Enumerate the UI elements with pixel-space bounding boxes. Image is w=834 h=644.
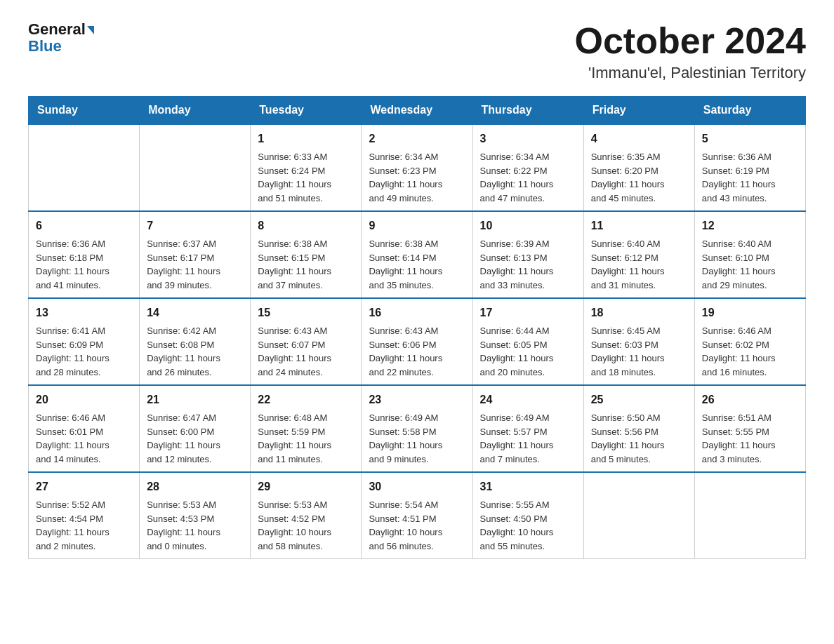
day-info-line: and 56 minutes. — [369, 539, 465, 554]
day-info-line: and 39 minutes. — [147, 279, 243, 293]
day-info-line: Daylight: 11 hours — [702, 177, 798, 192]
logo-general-text: General — [28, 20, 86, 38]
day-number: 6 — [36, 217, 132, 234]
day-info-line: and 3 minutes. — [702, 452, 798, 467]
day-number: 16 — [369, 304, 465, 321]
day-info-line: Daylight: 11 hours — [258, 438, 354, 452]
calendar-cell: 9Sunrise: 6:38 AMSunset: 6:14 PMDaylight… — [362, 211, 472, 298]
day-info-line: Daylight: 11 hours — [702, 438, 798, 452]
day-info-line: Sunset: 6:10 PM — [702, 251, 798, 265]
day-info-line: and 9 minutes. — [369, 452, 465, 467]
day-number: 4 — [591, 130, 687, 147]
day-info-line: Sunset: 6:05 PM — [480, 338, 576, 352]
day-info-line: and 29 minutes. — [702, 279, 798, 293]
day-info-line: and 51 minutes. — [258, 192, 354, 206]
calendar-cell: 15Sunrise: 6:43 AMSunset: 6:07 PMDayligh… — [251, 298, 362, 385]
week-row-5: 27Sunrise: 5:52 AMSunset: 4:54 PMDayligh… — [29, 472, 806, 559]
calendar-cell: 13Sunrise: 6:41 AMSunset: 6:09 PMDayligh… — [29, 298, 140, 385]
day-info-line: Sunrise: 6:46 AM — [36, 411, 132, 425]
logo: General Blue — [28, 21, 94, 55]
day-info-line: Sunrise: 6:35 AM — [591, 150, 687, 164]
day-info-line: Daylight: 11 hours — [258, 351, 354, 365]
calendar-cell: 3Sunrise: 6:34 AMSunset: 6:22 PMDaylight… — [472, 124, 583, 211]
calendar-cell: 4Sunrise: 6:35 AMSunset: 6:20 PMDaylight… — [583, 124, 694, 211]
day-info-line: Sunset: 6:13 PM — [480, 251, 576, 265]
page-header: General Blue October 2024 'Immanu'el, Pa… — [28, 21, 806, 82]
day-info-line: Sunset: 6:23 PM — [369, 164, 465, 178]
day-info-line: and 18 minutes. — [591, 365, 687, 380]
logo-triangle-icon — [87, 26, 94, 34]
day-info-line: Sunrise: 6:43 AM — [258, 324, 354, 338]
day-info-line: Sunrise: 5:52 AM — [36, 498, 132, 512]
day-info-line: Daylight: 11 hours — [147, 438, 243, 452]
day-info-line: Sunrise: 6:41 AM — [36, 324, 132, 338]
day-info-line: Sunset: 4:50 PM — [480, 512, 576, 526]
day-info-line: Sunrise: 6:39 AM — [480, 237, 576, 251]
day-info-line: Sunrise: 6:40 AM — [702, 237, 798, 251]
day-info-line: and 11 minutes. — [258, 452, 354, 467]
calendar-cell: 21Sunrise: 6:47 AMSunset: 6:00 PMDayligh… — [140, 385, 251, 472]
day-info-line: Daylight: 11 hours — [702, 351, 798, 365]
day-number: 22 — [258, 391, 354, 408]
calendar-cell — [583, 472, 694, 559]
day-number: 12 — [702, 217, 798, 234]
day-number: 28 — [147, 478, 243, 495]
day-info-line: and 14 minutes. — [36, 452, 132, 467]
day-info-line: Sunrise: 6:46 AM — [702, 324, 798, 338]
day-info-line: Daylight: 10 hours — [258, 525, 354, 539]
calendar-cell: 7Sunrise: 6:37 AMSunset: 6:17 PMDaylight… — [140, 211, 251, 298]
day-info-line: and 28 minutes. — [36, 365, 132, 380]
month-year-title: October 2024 — [575, 21, 807, 61]
calendar-cell: 8Sunrise: 6:38 AMSunset: 6:15 PMDaylight… — [251, 211, 362, 298]
day-info-line: Sunset: 4:51 PM — [369, 512, 465, 526]
title-area: October 2024 'Immanu'el, Palestinian Ter… — [575, 21, 807, 82]
day-info-line: Sunrise: 6:38 AM — [369, 237, 465, 251]
day-info-line: Daylight: 11 hours — [591, 177, 687, 192]
calendar-cell: 5Sunrise: 6:36 AMSunset: 6:19 PMDaylight… — [694, 124, 805, 211]
calendar-cell: 28Sunrise: 5:53 AMSunset: 4:53 PMDayligh… — [140, 472, 251, 559]
day-info-line: Daylight: 10 hours — [369, 525, 465, 539]
day-info-line: and 35 minutes. — [369, 279, 465, 293]
day-info-line: Sunset: 6:08 PM — [147, 338, 243, 352]
day-info-line: Daylight: 11 hours — [36, 525, 132, 539]
day-number: 14 — [147, 304, 243, 321]
day-number: 20 — [36, 391, 132, 408]
calendar-cell: 16Sunrise: 6:43 AMSunset: 6:06 PMDayligh… — [362, 298, 472, 385]
day-info-line: Daylight: 11 hours — [480, 438, 576, 452]
day-info-line: Daylight: 10 hours — [480, 525, 576, 539]
day-info-line: Sunset: 4:52 PM — [258, 512, 354, 526]
calendar-cell: 25Sunrise: 6:50 AMSunset: 5:56 PMDayligh… — [583, 385, 694, 472]
calendar-cell: 23Sunrise: 6:49 AMSunset: 5:58 PMDayligh… — [362, 385, 472, 472]
day-number: 5 — [702, 130, 798, 147]
day-info-line: Sunset: 6:17 PM — [147, 251, 243, 265]
day-info-line: Daylight: 11 hours — [369, 177, 465, 192]
day-info-line: Sunrise: 6:42 AM — [147, 324, 243, 338]
day-number: 17 — [480, 304, 576, 321]
calendar-cell: 12Sunrise: 6:40 AMSunset: 6:10 PMDayligh… — [694, 211, 805, 298]
calendar-cell: 19Sunrise: 6:46 AMSunset: 6:02 PMDayligh… — [694, 298, 805, 385]
day-number: 3 — [480, 130, 576, 147]
calendar-cell: 6Sunrise: 6:36 AMSunset: 6:18 PMDaylight… — [29, 211, 140, 298]
weekday-header-friday: Friday — [583, 97, 694, 125]
calendar-cell: 1Sunrise: 6:33 AMSunset: 6:24 PMDaylight… — [251, 124, 362, 211]
day-number: 21 — [147, 391, 243, 408]
day-info-line: Sunset: 6:12 PM — [591, 251, 687, 265]
day-info-line: Daylight: 11 hours — [591, 264, 687, 279]
day-info-line: Sunset: 6:20 PM — [591, 164, 687, 178]
day-info-line: and 31 minutes. — [591, 279, 687, 293]
day-number: 18 — [591, 304, 687, 321]
day-number: 26 — [702, 391, 798, 408]
day-info-line: and 2 minutes. — [36, 539, 132, 554]
day-info-line: and 7 minutes. — [480, 452, 576, 467]
week-row-2: 6Sunrise: 6:36 AMSunset: 6:18 PMDaylight… — [29, 211, 806, 298]
day-info-line: Sunrise: 5:54 AM — [369, 498, 465, 512]
day-info-line: Sunrise: 6:34 AM — [480, 150, 576, 164]
day-info-line: and 49 minutes. — [369, 192, 465, 206]
day-info-line: Sunset: 6:01 PM — [36, 425, 132, 439]
calendar-cell: 31Sunrise: 5:55 AMSunset: 4:50 PMDayligh… — [472, 472, 583, 559]
day-info-line: and 20 minutes. — [480, 365, 576, 380]
weekday-header-sunday: Sunday — [29, 97, 140, 125]
day-number: 8 — [258, 217, 354, 234]
day-info-line: Daylight: 11 hours — [369, 351, 465, 365]
day-info-line: Sunrise: 6:34 AM — [369, 150, 465, 164]
